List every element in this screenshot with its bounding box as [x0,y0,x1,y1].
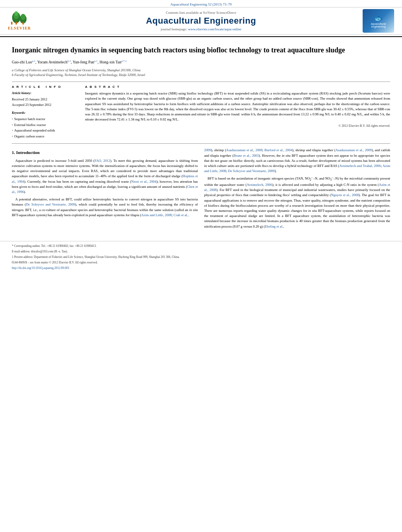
ref-burford[interactable]: Burford et al., 2004 [265,148,293,152]
keyword-1-text: Sequence batch reactor [14,117,45,122]
ref-azim2008c[interactable]: Azim et al., 2008 [204,183,391,192]
logo-label: aquacultural engineering [364,22,393,28]
ref-deschryver2009[interactable]: De Schryver and Verstraete, 2009 [26,202,75,206]
ref-ebeling[interactable]: Ebeling et al., [265,224,284,228]
svg-rect-0 [11,22,13,24]
keyword-2: External biofloc reactor [12,122,79,128]
journal-title-center: Contents lists available at SciVerse Sci… [39,11,363,31]
footnote-email: E-mail address: drizzles@163.com (H.-x. … [12,249,390,254]
article-title: Inorganic nitrogen dynamics in sequencin… [12,46,390,55]
intro-p4: BFT is based on the assimilation of inor… [204,176,391,229]
elsevier-text: ELSEVIER [8,26,31,30]
keywords-block: Keywords: Sequence batch reactor Externa… [12,111,79,139]
article-info-abstract: A R T I C L E I N F O Article history: R… [12,85,390,139]
ref-brune[interactable]: Brune et al., 2003 [233,154,259,158]
homepage-label: journal homepage: [161,27,187,31]
keyword-3: Aquacultural suspended solids [12,128,79,133]
abstract-label: A B S T R A C T [85,85,390,89]
body-content: 1. Introduction Aquaculture is predicted… [12,148,390,231]
svg-rect-7 [22,22,24,24]
journal-title: Aquacultural Engineering [39,16,363,26]
divider [12,82,390,82]
svg-rect-6 [16,22,17,24]
journal-header: Aquacultural Engineering 52 (2013) 73–79… [0,0,402,37]
intro-p1: Aquaculture is predicted to increase 5-f… [12,158,198,195]
intro-p2: A potential alternative, referred as BFT… [12,197,198,218]
affiliation-a: a College of Fisheries and Life Science … [12,68,390,73]
affiliation-b: b Faculty of Agricultural Engineering, T… [12,72,390,78]
history-label: Article history: [12,91,79,96]
ref-deschryver2009b[interactable]: De Schryver and Verstraete, 2009 [228,169,274,173]
article-info-col: A R T I C L E I N F O Article history: R… [12,85,79,139]
ref-nguyen[interactable]: Nguyen et al., 2008 [331,193,359,197]
ref-2009[interactable]: 2009 [204,148,211,152]
keyword-3-text: Aquacultural suspended solids [14,128,55,133]
article-history: Article history: Received 25 January 201… [12,91,79,108]
ref-neori[interactable]: Neori et al., 2004 [131,180,156,184]
journal-homepage: journal homepage: www.elsevier.com/locat… [39,27,363,31]
ref-avni2006[interactable]: Avnimelech and Teubal, 2006 [339,164,381,168]
journal-top-bar: Aquacultural Engineering 52 (2013) 73–79 [0,0,402,7]
contents-note: Contents lists available at SciVerse Sci… [39,11,363,15]
footnote-1: 1 Present address: Department of Fisheri… [12,255,390,259]
accepted-date: Accepted 23 September 2012 [12,102,79,108]
authors: Guo-zhi Luoa,1, Yoram Avnimelechb,1, Yun… [12,59,390,65]
journal-logo-right: aquacultural engineering [363,9,394,33]
page: Aquacultural Engineering 52 (2013) 73–79… [0,0,402,532]
keyword-1: Sequence batch reactor [12,117,79,122]
intro-p3: 2009), shrimp (Asaduzzaman et al., 2008;… [204,148,391,174]
copyright: © 2012 Elsevier B.V. All rights reserved… [85,124,390,128]
ref-crab[interactable]: Crab et al., [174,213,189,217]
footer: * Corresponding author. Tel.: +86 21 619… [0,241,402,272]
elsevier-tree-icon [8,11,31,25]
keyword-4-text: Organic carbon source [14,134,44,139]
doi-link[interactable]: http://dx.doi.org/10.1016/j.aquaeng.2012… [12,266,390,270]
ref-avni2006b[interactable]: Avnimelech, 2006 [246,183,272,187]
issn-text: 0144-8609/$ – see front matter © 2012 El… [12,260,390,265]
body-col-left: 1. Introduction Aquaculture is predicted… [12,148,198,231]
keywords-list: Sequence batch reactor External biofloc … [12,117,79,139]
affiliations: a College of Fisheries and Life Science … [12,68,390,78]
journal-banner: ELSEVIER Contents lists available at Sci… [0,7,402,35]
keyword-4: Organic carbon source [12,134,79,139]
elsevier-logo: ELSEVIER [8,11,39,31]
abstract-text: Inorganic nitrogen dynamics in a sequenc… [85,91,390,128]
svg-point-5 [21,14,26,20]
ref-chen[interactable]: Chen et al., 1996 [12,185,198,194]
received-date: Received 25 January 2012 [12,97,79,102]
keyword-2-text: External biofloc reactor [14,122,46,128]
body-col-right: 2009), shrimp (Asaduzzaman et al., 2008;… [204,148,391,231]
footnote-star: * Corresponding author. Tel.: +86 21 619… [12,244,390,248]
ref-asad2009[interactable]: Asaduzzaman et al., 2009 [335,148,372,152]
ref-fao[interactable]: FAO, 2012 [94,159,110,163]
abstract-body: Inorganic nitrogen dynamics in a sequenc… [85,91,390,121]
abstract-col: A B S T R A C T Inorganic nitrogen dynam… [85,85,390,139]
authors-text: Guo-zhi Luoa,1, Yoram Avnimelechb,1, Yun… [12,60,127,64]
ref-azim2008[interactable]: Azim and Little, 2008 [141,213,172,217]
homepage-link[interactable]: www.elsevier.com/locate/aqua-online [188,27,241,31]
ref-asad2008[interactable]: Asaduzzaman et al., 2008 [226,148,262,152]
article-info-label: A R T I C L E I N F O [12,85,79,89]
ref-hopkins[interactable]: Hopkins et al., 1994 [12,174,198,183]
article-content: Inorganic nitrogen dynamics in sequencin… [0,37,402,237]
keywords-label: Keywords: [12,111,79,116]
section1-heading: 1. Introduction [12,149,198,156]
divider-2 [12,143,390,144]
citation-text: Aquacultural Engineering 52 (2013) 73–79 [170,2,232,6]
